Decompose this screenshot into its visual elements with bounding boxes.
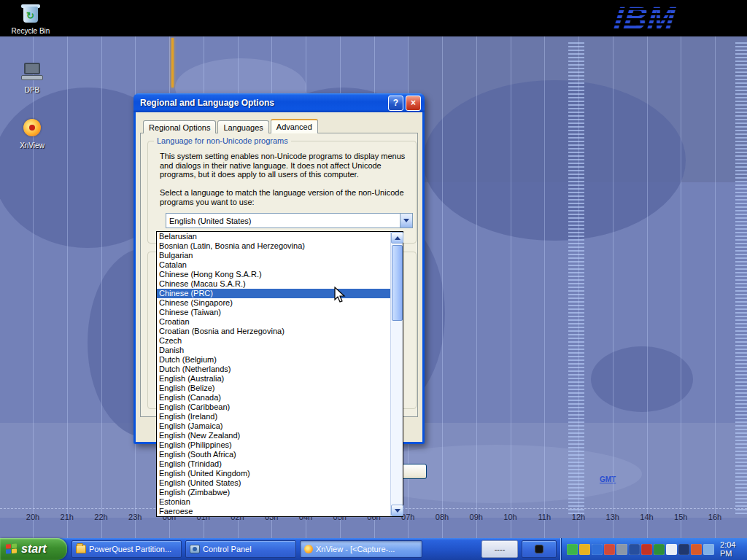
language-listbox: BelarusianBosnian (Latin, Bosnia and Her…	[157, 232, 390, 516]
timezone-line	[613, 36, 614, 538]
language-option[interactable]: Chinese (Hong Kong S.A.R.)	[157, 270, 390, 279]
app-icon	[535, 545, 543, 553]
language-option[interactable]: English (Canada)	[157, 393, 390, 402]
tray-icon-green2[interactable]	[654, 544, 665, 555]
desktop-icon-label: XnView	[9, 141, 55, 149]
desktop-icon-dpb[interactable]: DPB	[9, 61, 55, 94]
language-dropdown: BelarusianBosnian (Latin, Bosnia and Her…	[156, 231, 403, 517]
language-option[interactable]: English (Australia)	[157, 374, 390, 384]
tray-icon-navy[interactable]	[678, 544, 689, 555]
hour-label: 11h	[538, 513, 551, 521]
language-option[interactable]: English (Caribbean)	[157, 402, 390, 412]
chevron-down-icon	[395, 509, 400, 513]
taskbar-spacer	[426, 549, 481, 550]
system-tray: 2:04 PM	[560, 538, 747, 560]
language-option[interactable]: Danish	[157, 346, 390, 355]
hour-label: 08h	[436, 513, 449, 521]
hour-label: 10h	[503, 513, 516, 521]
tray-icon-lightblue[interactable]	[703, 544, 714, 555]
language-option[interactable]: English (Ireland)	[157, 412, 390, 421]
xnview-icon	[304, 545, 313, 553]
timezone-line	[647, 36, 648, 538]
tray-icon-red3[interactable]	[691, 544, 702, 555]
language-option[interactable]: Czech	[157, 336, 390, 346]
language-option[interactable]: English (New Zealand)	[157, 431, 390, 440]
language-option[interactable]: Faeroese	[157, 507, 390, 516]
timezone-line	[715, 36, 716, 538]
language-option[interactable]: English (United Kingdom)	[157, 469, 390, 478]
language-option[interactable]: Estonian	[157, 497, 390, 507]
timezone-line	[33, 36, 34, 538]
hour-label: 20h	[26, 513, 39, 521]
hour-label: 22h	[94, 513, 107, 521]
hatched-strip	[568, 42, 584, 515]
gmt-label: GMT	[600, 475, 616, 483]
tab-regional-options[interactable]: Regional Options	[143, 120, 216, 133]
language-option[interactable]: Chinese (Macau S.A.R.)	[157, 279, 390, 289]
time-marker-line	[171, 38, 174, 88]
taskbar-clock: 2:04 PM	[720, 540, 740, 558]
tray-icon-white[interactable]	[666, 544, 677, 555]
tray-icon-red[interactable]	[604, 544, 615, 555]
chevron-down-icon	[403, 219, 409, 222]
language-option[interactable]: Bulgarian	[157, 251, 390, 260]
chevron-up-icon	[395, 236, 400, 240]
scroll-up-button[interactable]	[391, 232, 403, 244]
language-option[interactable]: English (Zimbabwe)	[157, 488, 390, 497]
dialog-title: Regional and Language Options	[140, 98, 386, 108]
language-option[interactable]: English (Belize)	[157, 384, 390, 393]
language-option[interactable]: Dutch (Belgium)	[157, 355, 390, 365]
language-option[interactable]: English (Philippines)	[157, 440, 390, 450]
hatched-strip	[735, 42, 747, 515]
taskbar-button[interactable]: XnView - [<Capture-...	[300, 540, 422, 558]
taskbar-button-label: XnView - [<Capture-...	[316, 545, 395, 553]
title-bar[interactable]: Regional and Language Options ? ×	[133, 93, 425, 112]
taskbar-button[interactable]: PowerQuest Partition...	[71, 540, 182, 558]
language-option[interactable]: Chinese (PRC)	[157, 289, 390, 298]
windows-flag-icon	[6, 543, 18, 554]
tab-advanced[interactable]: Advanced	[271, 119, 318, 133]
scrollbar-thumb[interactable]	[392, 245, 403, 321]
language-option[interactable]: Catalan	[157, 260, 390, 270]
hour-label: 21h	[61, 513, 74, 521]
tray-icon-darkblue[interactable]	[629, 544, 640, 555]
language-option[interactable]: Croatian	[157, 317, 390, 327]
language-option[interactable]: Chinese (Singapore)	[157, 298, 390, 308]
taskbar-button[interactable]: Control Panel	[185, 540, 296, 558]
taskbar-button[interactable]: ----	[481, 540, 518, 558]
language-combobox[interactable]: English (United States)	[166, 213, 413, 228]
timezone-line	[476, 36, 477, 538]
tab-languages[interactable]: Languages	[217, 120, 268, 133]
language-option[interactable]: Dutch (Netherlands)	[157, 365, 390, 374]
tab-strip: Regional Options Languages Advanced	[143, 119, 320, 133]
tray-icon-blue[interactable]	[592, 544, 603, 555]
scroll-down-button[interactable]	[391, 505, 403, 516]
timezone-line	[67, 36, 68, 538]
help-button[interactable]: ?	[388, 96, 403, 111]
timezone-line	[578, 36, 579, 538]
tray-icon-gray[interactable]	[616, 544, 627, 555]
language-option[interactable]: English (Jamaica)	[157, 421, 390, 431]
language-option[interactable]: Croatian (Bosnia and Herzegovina)	[157, 327, 390, 336]
desktop-icon-recycle-bin[interactable]: ↻ Recycle Bin	[7, 2, 54, 35]
language-option[interactable]: Belarusian	[157, 232, 390, 241]
language-option[interactable]: Bosnian (Latin, Bosnia and Herzegovina)	[157, 241, 390, 251]
taskbar-button[interactable]	[522, 540, 557, 558]
language-option[interactable]: English (South Africa)	[157, 450, 390, 459]
combobox-value: English (United States)	[166, 217, 400, 225]
desktop-icon-xnview[interactable]: XnView	[9, 117, 55, 149]
hour-label: 13h	[606, 513, 619, 521]
task-button-area: PowerQuest Partition...Control PanelXnVi…	[71, 538, 560, 560]
dropdown-scrollbar[interactable]	[390, 232, 403, 516]
combobox-dropdown-button[interactable]	[400, 214, 412, 228]
tray-icon-yellow[interactable]	[579, 544, 590, 555]
start-button[interactable]: start	[0, 538, 67, 560]
timezone-line	[511, 36, 511, 538]
language-option[interactable]: English (Trinidad)	[157, 459, 390, 469]
tray-icon-green[interactable]	[567, 544, 578, 555]
tray-icon-red2[interactable]	[641, 544, 652, 555]
language-option[interactable]: English (United States)	[157, 478, 390, 488]
language-option[interactable]: Chinese (Taiwan)	[157, 308, 390, 317]
close-button[interactable]: ×	[406, 96, 421, 111]
desktop-icon-label: DPB	[9, 86, 55, 94]
